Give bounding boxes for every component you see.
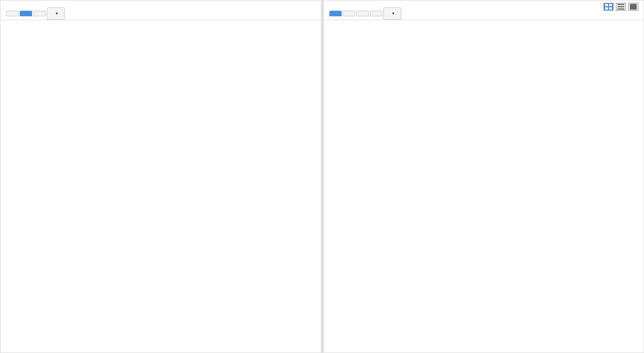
svg-rect-5	[618, 6, 624, 7]
svg-rect-2	[605, 7, 608, 10]
tab-render-response[interactable]	[356, 11, 369, 16]
view-icons	[603, 3, 638, 11]
response-content[interactable]	[324, 20, 644, 352]
actions-chevron-request: ▾	[55, 10, 59, 17]
tab-raw-response[interactable]	[343, 11, 355, 16]
tab-pretty-request[interactable]	[6, 11, 19, 16]
tab-newline-response[interactable]	[370, 11, 382, 16]
request-header: ▾	[1, 1, 321, 20]
grid-view-icon[interactable]	[603, 3, 614, 11]
request-panel: ▾	[0, 0, 321, 353]
svg-rect-4	[618, 4, 624, 5]
single-view-icon[interactable]	[628, 3, 638, 11]
actions-chevron-response: ▾	[392, 10, 395, 17]
tab-raw-request[interactable]	[20, 11, 32, 16]
list-view-icon[interactable]	[616, 3, 626, 11]
tab-actions-request[interactable]: ▾	[47, 7, 65, 20]
response-header: ▾	[324, 1, 644, 20]
tab-actions-response[interactable]: ▾	[383, 7, 401, 20]
svg-rect-7	[630, 4, 637, 10]
svg-rect-1	[609, 4, 612, 6]
request-content[interactable]	[1, 20, 321, 352]
svg-rect-0	[605, 4, 608, 6]
svg-rect-6	[618, 8, 624, 10]
tab-pretty-response[interactable]	[329, 11, 342, 16]
request-tab-bar: ▾	[6, 7, 315, 20]
tab-newline-request[interactable]	[33, 11, 46, 16]
response-tab-bar: ▾	[329, 7, 638, 20]
panels-wrapper: ▾ ▾	[0, 0, 644, 353]
response-panel: ▾	[323, 0, 645, 353]
svg-rect-3	[609, 7, 612, 10]
